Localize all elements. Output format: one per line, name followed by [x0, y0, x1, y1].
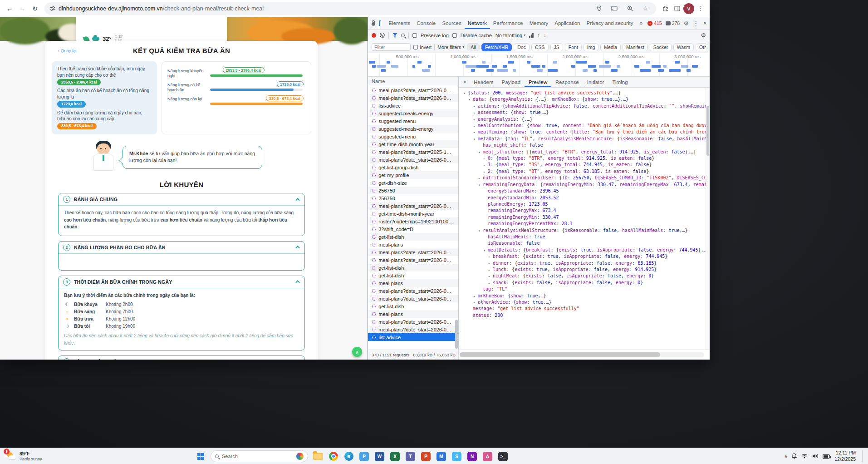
- network-request-row[interactable]: {}get-time-dish-month-year: [368, 140, 458, 148]
- disclosure-triangle-icon[interactable]: ▾: [478, 182, 483, 188]
- taskbar-photos-icon[interactable]: P: [358, 450, 370, 463]
- devtools-tab-console[interactable]: Console: [413, 17, 439, 29]
- network-request-row[interactable]: {}meal-plans?date_start=2026-01-01&…: [368, 156, 458, 163]
- preserve-log-checkbox[interactable]: [412, 33, 417, 38]
- filter-chip-img[interactable]: Img: [584, 43, 599, 51]
- disclosure-triangle-icon[interactable]: ▸: [483, 156, 488, 162]
- issues-badge[interactable]: 278: [666, 20, 680, 26]
- filter-chip-media[interactable]: Media: [600, 43, 621, 51]
- network-request-row[interactable]: {}get-dish-size: [368, 179, 458, 187]
- extensions-icon[interactable]: [660, 3, 671, 14]
- taskbar-store-icon[interactable]: S: [451, 450, 463, 463]
- browser-menu-icon[interactable]: ⋮: [695, 3, 706, 14]
- network-request-row[interactable]: {}meal-plans?date_start=2026-01-01&…: [368, 86, 458, 94]
- disclosure-triangle-icon[interactable]: ▸: [473, 110, 478, 116]
- network-timeline[interactable]: 500,000 ms1,000,000 ms1,500,000 ms2,000,…: [368, 53, 710, 77]
- disclosure-triangle-icon[interactable]: ▸: [473, 117, 478, 123]
- filter-chip-other[interactable]: Other: [696, 43, 706, 51]
- bookmark-star-icon[interactable]: ☆: [640, 3, 651, 14]
- filter-chip-fetch-xhr[interactable]: Fetch/XHR: [481, 43, 512, 51]
- taskbar-file-explorer-icon[interactable]: [312, 450, 324, 463]
- clear-network-log-icon[interactable]: [380, 33, 385, 38]
- taskbar-chrome-icon[interactable]: [327, 450, 339, 463]
- search-network-icon[interactable]: [401, 34, 405, 37]
- show-desktop-button[interactable]: [862, 450, 863, 462]
- inspect-element-icon[interactable]: [372, 20, 375, 26]
- disclosure-triangle-icon[interactable]: ▸: [488, 267, 493, 273]
- profile-avatar[interactable]: V: [683, 3, 694, 14]
- detail-tab-timing[interactable]: Timing: [608, 77, 632, 87]
- detail-tab-preview[interactable]: Preview: [525, 77, 551, 87]
- invert-checkbox[interactable]: [413, 45, 418, 49]
- taskbar-excel-icon[interactable]: X: [389, 450, 401, 463]
- advice-section-header[interactable]: 2NĂNG LƯỢNG PHÂN BỔ CHO BỮA ĂN: [59, 242, 304, 254]
- devtools-tab-memory[interactable]: Memory: [526, 17, 552, 29]
- filter-icon[interactable]: [392, 33, 397, 38]
- taskbar-terminal-icon[interactable]: >_: [497, 450, 509, 463]
- advice-section-header[interactable]: 3THỜI ĐIỂM ĂN BỮA CHÍNH TRONG NGÀY: [59, 276, 304, 288]
- network-request-row[interactable]: {}3?shift_code=D: [368, 225, 458, 233]
- detail-tab-initiator[interactable]: Initiator: [583, 77, 608, 87]
- console-errors-badge[interactable]: ×415: [647, 20, 662, 26]
- disclosure-triangle-icon[interactable]: ▾: [483, 247, 488, 253]
- network-request-row[interactable]: {}meal-plans?date_start=2026-02-01&…: [368, 202, 458, 210]
- disclosure-triangle-icon[interactable]: ▾: [463, 90, 468, 96]
- network-request-row[interactable]: {}suggested-meals-energy: [368, 109, 458, 117]
- bell-icon[interactable]: [792, 452, 797, 460]
- detail-tab-payload[interactable]: Payload: [497, 77, 525, 87]
- network-request-row[interactable]: {}256750: [368, 187, 458, 194]
- site-info-tune-icon[interactable]: [50, 6, 55, 11]
- filter-chip-wasm[interactable]: Wasm: [673, 43, 694, 51]
- taskbar-powerpoint-icon[interactable]: P: [420, 450, 432, 463]
- devtools-close-icon[interactable]: ×: [703, 20, 707, 27]
- import-har-icon[interactable]: ↑: [537, 32, 540, 39]
- scroll-top-button[interactable]: ∧: [352, 347, 362, 357]
- network-request-row[interactable]: {}roster?codeEmps=19921001008&dat…: [368, 217, 458, 225]
- taskbar-clock[interactable]: 12:11 PM 12/2/2025: [834, 450, 856, 462]
- disclosure-triangle-icon[interactable]: ▾: [478, 149, 483, 155]
- taskbar-weather-widget[interactable]: 3 89°F Partly sunny: [4, 449, 45, 463]
- network-conditions-icon[interactable]: [529, 33, 534, 38]
- back-button[interactable]: ←: [4, 3, 15, 15]
- devtools-tab-privacy-and-security[interactable]: Privacy and security: [584, 17, 637, 29]
- devtools-tab-application[interactable]: Application: [551, 17, 583, 29]
- devtools-tab-elements[interactable]: Elements: [385, 17, 413, 29]
- disclosure-triangle-icon[interactable]: ▸: [478, 175, 483, 181]
- taskbar-mail-icon[interactable]: M: [435, 450, 447, 463]
- disclosure-triangle-icon[interactable]: ▸: [473, 293, 478, 299]
- side-panel-icon[interactable]: [672, 3, 682, 14]
- network-request-row[interactable]: {}meal-plans?date_start=2026-02-01&…: [368, 256, 458, 264]
- reload-button[interactable]: ↻: [29, 3, 41, 15]
- network-request-row[interactable]: {}get-list-dish: [368, 233, 458, 241]
- network-request-row[interactable]: {}suggested-menu: [368, 117, 458, 125]
- network-request-row[interactable]: {}list-advice: [368, 333, 458, 341]
- network-request-row[interactable]: {}meal-plans?date_start=2026-01-01&…: [368, 94, 458, 102]
- network-request-row[interactable]: {}meal-plans?date_start=2026-02-01&…: [368, 287, 458, 295]
- forward-button[interactable]: →: [16, 3, 28, 15]
- location-icon[interactable]: [593, 3, 604, 14]
- export-har-icon[interactable]: ↓: [544, 32, 546, 39]
- request-list-scrollbar[interactable]: [455, 86, 458, 350]
- disclosure-triangle-icon[interactable]: ▸: [488, 261, 493, 267]
- network-settings-icon[interactable]: ⚙: [701, 32, 706, 39]
- start-button[interactable]: [194, 450, 207, 463]
- taskbar-search[interactable]: Search: [211, 450, 308, 462]
- tray-overflow-chevron-icon[interactable]: ∧: [785, 454, 788, 459]
- network-request-row[interactable]: {}meal-plans: [368, 279, 458, 287]
- disclosure-triangle-icon[interactable]: ▸: [488, 273, 493, 279]
- devtools-tab-sources[interactable]: Sources: [439, 17, 464, 29]
- preview-scrollbar-horizontal[interactable]: [460, 352, 704, 357]
- filter-chip-socket[interactable]: Socket: [650, 43, 672, 51]
- disclosure-triangle-icon[interactable]: ▾: [478, 228, 483, 234]
- address-bar[interactable]: dinhduongsuckhoe-dev.ajinomoto.com.vn/ch…: [44, 2, 656, 15]
- filter-chip-font[interactable]: Font: [565, 43, 582, 51]
- network-request-row[interactable]: {}get-list-dish: [368, 271, 458, 279]
- throttling-dropdown[interactable]: No throttling▾: [495, 33, 525, 38]
- network-request-row[interactable]: {}meal-plans?date_start=2026-02-01&…: [368, 248, 458, 256]
- disclosure-triangle-icon[interactable]: ▾: [473, 136, 478, 142]
- taskbar-onenote-icon[interactable]: N: [466, 450, 478, 463]
- detail-tab-headers[interactable]: Headers: [470, 77, 497, 87]
- disclosure-triangle-icon[interactable]: ▸: [473, 104, 478, 109]
- device-toolbar-icon[interactable]: [379, 20, 382, 26]
- disclosure-triangle-icon[interactable]: ▸: [488, 280, 493, 286]
